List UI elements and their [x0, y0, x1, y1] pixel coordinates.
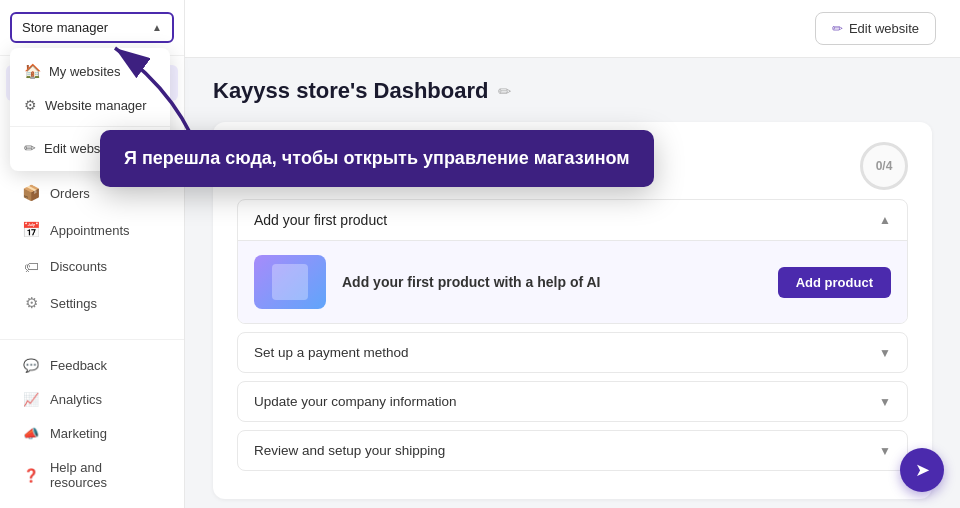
- setup-item-expanded: Add your first product with a help of AI…: [238, 240, 907, 323]
- chevron-down-icon-shipping: ▼: [879, 444, 891, 458]
- store-manager-label: Store manager: [22, 20, 108, 35]
- appointments-label: Appointments: [50, 223, 130, 238]
- dropdown-item-website-manager[interactable]: ⚙ Website manager: [10, 88, 170, 122]
- setup-item-header-add-product[interactable]: Add your first product ▲: [238, 200, 907, 240]
- speech-text: Я перешла сюда, чтобы открыть управление…: [124, 148, 630, 168]
- payment-label: Set up a payment method: [254, 345, 409, 360]
- title-edit-icon[interactable]: ✏: [498, 82, 511, 101]
- sidebar-item-analytics[interactable]: 📈 Analytics: [6, 383, 178, 416]
- dropdown-label-my-websites: My websites: [49, 64, 121, 79]
- help-icon: ❓: [22, 468, 40, 483]
- chevron-down-icon: ▲: [152, 22, 162, 33]
- appointments-icon: 📅: [22, 221, 40, 239]
- feedback-icon: 💬: [22, 358, 40, 373]
- progress-circle: 0/4: [860, 142, 908, 190]
- product-thumbnail: [254, 255, 326, 309]
- home-icon: 🏠: [24, 63, 41, 79]
- setup-item-payment[interactable]: Set up a payment method ▼: [237, 332, 908, 373]
- setup-item-title-add-product: Add your first product: [254, 212, 387, 228]
- sidebar-footer: 💬 Feedback 📈 Analytics 📣 Marketing ❓ Hel…: [0, 339, 184, 508]
- setup-item-shipping[interactable]: Review and setup your shipping ▼: [237, 430, 908, 471]
- settings-label: Settings: [50, 296, 97, 311]
- sidebar-item-help[interactable]: ❓ Help and resources: [6, 451, 178, 499]
- analytics-label: Analytics: [50, 392, 102, 407]
- orders-label: Orders: [50, 186, 90, 201]
- main-content: ✏ Edit website Kayyss store's Dashboard …: [185, 0, 960, 508]
- feedback-label: Feedback: [50, 358, 107, 373]
- discounts-label: Discounts: [50, 259, 107, 274]
- dropdown-item-my-websites[interactable]: 🏠 My websites: [10, 54, 170, 88]
- orders-icon: 📦: [22, 184, 40, 202]
- product-thumb-inner: [272, 264, 308, 300]
- topbar: ✏ Edit website: [185, 0, 960, 58]
- edit-website-button[interactable]: ✏ Edit website: [815, 12, 936, 45]
- setup-item-company[interactable]: Update your company information ▼: [237, 381, 908, 422]
- page-title-row: Kayyss store's Dashboard ✏: [213, 78, 932, 104]
- sidebar-item-settings[interactable]: ⚙ Settings: [6, 285, 178, 321]
- marketing-icon: 📣: [22, 426, 40, 441]
- chevron-down-icon-company: ▼: [879, 395, 891, 409]
- pencil-icon: ✏: [24, 140, 36, 156]
- dashboard-content: Kayyss store's Dashboard ✏ Set up your s…: [185, 58, 960, 508]
- sidebar-item-feedback[interactable]: 💬 Feedback: [6, 349, 178, 382]
- sidebar-item-discounts[interactable]: 🏷 Discounts: [6, 249, 178, 284]
- app-layout: Store manager ▲ 🏠 My websites ⚙ Website …: [0, 0, 960, 508]
- store-manager-button[interactable]: Store manager ▲: [10, 12, 174, 43]
- dropdown-divider: [10, 126, 170, 127]
- company-label: Update your company information: [254, 394, 457, 409]
- add-product-button[interactable]: Add product: [778, 267, 891, 298]
- page-title: Kayyss store's Dashboard: [213, 78, 488, 104]
- expanded-body: Add your first product with a help of AI…: [238, 241, 907, 323]
- fab-icon: ➤: [915, 459, 930, 481]
- settings-icon: ⚙: [22, 294, 40, 312]
- setup-item-add-product[interactable]: Add your first product ▲ Add your first …: [237, 199, 908, 324]
- analytics-icon: 📈: [22, 392, 40, 407]
- gear-icon: ⚙: [24, 97, 37, 113]
- chevron-up-icon: ▲: [879, 213, 891, 227]
- sidebar-item-marketing[interactable]: 📣 Marketing: [6, 417, 178, 450]
- marketing-label: Marketing: [50, 426, 107, 441]
- shipping-label: Review and setup your shipping: [254, 443, 445, 458]
- edit-website-label: Edit website: [849, 21, 919, 36]
- speech-overlay: Я перешла сюда, чтобы открыть управление…: [100, 130, 654, 187]
- sidebar-item-appointments[interactable]: 📅 Appointments: [6, 212, 178, 248]
- dropdown-label-website-manager: Website manager: [45, 98, 147, 113]
- sidebar: Store manager ▲ 🏠 My websites ⚙ Website …: [0, 0, 185, 508]
- expanded-body-text: Add your first product with a help of AI: [342, 274, 762, 290]
- chevron-down-icon-payment: ▼: [879, 346, 891, 360]
- fab-button[interactable]: ➤: [900, 448, 944, 492]
- discounts-icon: 🏷: [22, 258, 40, 275]
- help-label: Help and resources: [50, 460, 162, 490]
- edit-pencil-icon: ✏: [832, 21, 843, 36]
